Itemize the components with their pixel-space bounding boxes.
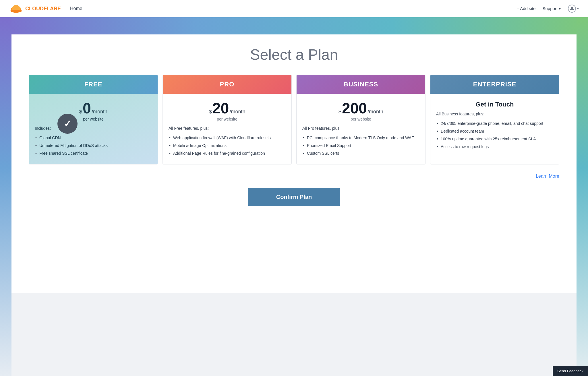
pro-plan-body: $ 20 /month per website All Free feature… [163, 94, 291, 164]
free-price-amount: 0 [83, 101, 91, 116]
free-price-area: $ 0 /month per website [35, 101, 152, 121]
gradient-banner [0, 17, 588, 34]
home-nav-link[interactable]: Home [70, 6, 82, 11]
free-plan-title: FREE [84, 81, 102, 88]
business-price-area: $ 200 /month per website [302, 101, 419, 121]
business-plan-description: All Pro features, plus: [302, 126, 419, 131]
free-price-subtitle: per website [35, 117, 152, 121]
free-plan-description: Includes: [35, 126, 152, 131]
learn-more-link[interactable]: Learn More [536, 174, 559, 179]
enterprise-plan-title: ENTERPRISE [473, 81, 517, 88]
user-chevron-icon: ▾ [577, 7, 579, 11]
pro-plan-header: PRO [163, 75, 291, 94]
support-chevron-icon: ▾ [559, 6, 561, 11]
free-price-dollar: $ [79, 109, 82, 115]
plan-card-pro[interactable]: PRO $ 20 /month per website All Free fea… [163, 75, 292, 164]
enterprise-plan-description: All Business features, plus: [436, 112, 553, 116]
list-item: 100% uptime guarantee with 25x reimburse… [436, 135, 553, 143]
list-item: Custom SSL certs [302, 150, 419, 157]
left-bg [0, 17, 11, 376]
free-plan-body: $ 0 /month per website Includes: Global … [29, 94, 158, 164]
enterprise-plan-features: 24/7/365 enterprise-grade phone, email, … [436, 120, 553, 151]
business-price-subtitle: per website [302, 117, 419, 121]
plans-grid: FREE $ 0 /month per website Includes: Gl… [29, 75, 559, 164]
list-item: Additional Page Rules for fine-grained c… [169, 150, 286, 157]
business-price-dollar: $ [339, 109, 341, 115]
pro-price-area: $ 20 /month per website [169, 101, 286, 121]
enterprise-plan-header: ENTERPRISE [430, 75, 559, 94]
pro-price-dollar: $ [209, 109, 212, 115]
cloudflare-logo[interactable]: CLOUDFLARE [9, 4, 61, 13]
svg-rect-6 [11, 10, 22, 11]
user-avatar-icon [568, 5, 576, 13]
enterprise-plan-body: Get in Touch All Business features, plus… [430, 94, 559, 158]
enterprise-get-touch: Get in Touch [436, 101, 553, 108]
user-menu-button[interactable]: ▾ [568, 5, 579, 13]
business-plan-body: $ 200 /month per website All Pro feature… [297, 94, 425, 164]
list-item: Web application firewall (WAF) with Clou… [169, 134, 286, 142]
free-price-period: /month [92, 109, 107, 115]
list-item: Mobile & Image Optimizations [169, 142, 286, 150]
main-content: Select a Plan FREE $ 0 /month per websit… [11, 34, 577, 293]
pro-price: $ 20 /month [169, 101, 286, 116]
list-item: Free shared SSL certificate [35, 150, 152, 157]
list-item: Access to raw request logs [436, 143, 553, 151]
list-item: Global CDN [35, 134, 152, 142]
business-price: $ 200 /month [302, 101, 419, 116]
pro-plan-title: PRO [220, 81, 235, 88]
list-item: Dedicated account team [436, 127, 553, 135]
list-item: Prioritized Email Support [302, 142, 419, 150]
pro-price-amount: 20 [212, 101, 229, 116]
business-plan-title: BUSINESS [344, 81, 378, 88]
send-feedback-button[interactable]: Send Feedback [553, 366, 588, 376]
list-item: 24/7/365 enterprise-grade phone, email, … [436, 120, 553, 127]
confirm-plan-button[interactable]: Confirm Plan [248, 188, 340, 206]
logo-text: CLOUDFLARE [25, 6, 61, 11]
selected-checkmark-overlay: ✓ [57, 114, 78, 134]
pro-price-period: /month [229, 109, 245, 115]
page-title: Select a Plan [29, 46, 559, 63]
free-price: $ 0 /month [35, 101, 152, 116]
checkmark-icon: ✓ [64, 118, 71, 129]
list-item: PCI compliance thanks to Modern TLS Only… [302, 134, 419, 142]
business-plan-header: BUSINESS [297, 75, 425, 94]
add-site-button[interactable]: + Add site [517, 6, 535, 11]
plan-card-business[interactable]: BUSINESS $ 200 /month per website All Pr… [296, 75, 425, 164]
business-plan-features: PCI compliance thanks to Modern TLS Only… [302, 134, 419, 157]
free-plan-header: FREE [29, 75, 158, 94]
pro-price-subtitle: per website [169, 117, 286, 121]
support-label: Support [542, 6, 558, 11]
navbar-right: + Add site Support ▾ ▾ [517, 5, 579, 13]
free-plan-features: Global CDN Unmetered Mitigation of DDoS … [35, 134, 152, 157]
navbar: CLOUDFLARE Home + Add site Support ▾ ▾ [0, 0, 588, 17]
support-button[interactable]: Support ▾ [542, 6, 561, 11]
right-bg [577, 17, 588, 376]
plan-card-enterprise[interactable]: ENTERPRISE Get in Touch All Business fea… [430, 75, 559, 164]
business-price-amount: 200 [342, 101, 367, 116]
list-item: Unmetered Mitigation of DDoS attacks [35, 142, 152, 150]
business-price-period: /month [368, 109, 383, 115]
pro-plan-features: Web application firewall (WAF) with Clou… [169, 134, 286, 157]
confirm-btn-row: Confirm Plan [29, 188, 559, 206]
cloudflare-logo-icon [9, 4, 23, 13]
learn-more-row: Learn More [29, 174, 559, 179]
pro-plan-description: All Free features, plus: [169, 126, 286, 131]
plan-card-free[interactable]: FREE $ 0 /month per website Includes: Gl… [29, 75, 158, 164]
